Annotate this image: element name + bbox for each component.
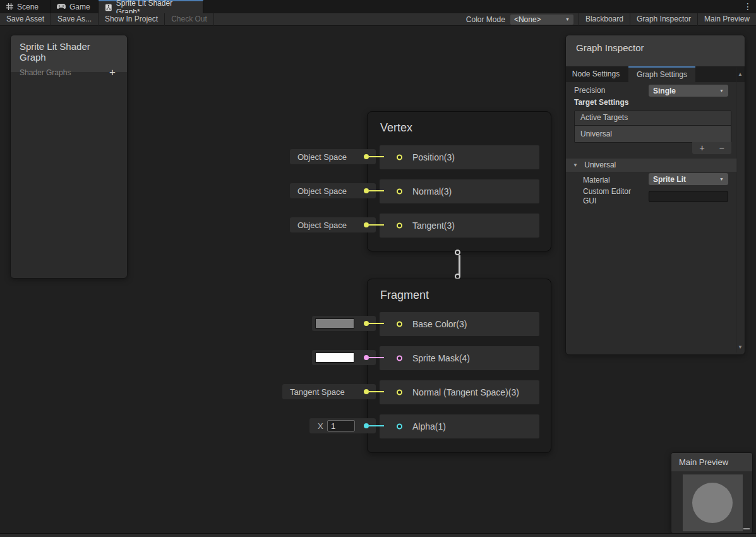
row-label: Tangent(3) [412, 220, 455, 231]
pill-label: Object Space [290, 220, 347, 230]
precision-value: Single [653, 87, 676, 95]
save-asset-button[interactable]: Save Asset [0, 13, 51, 26]
alpha-input-pill: X [309, 418, 376, 433]
normal-ts-port[interactable] [397, 390, 402, 395]
sprite-mask-input-pill [312, 350, 376, 365]
inspector-scrollbar[interactable]: ▲ ▼ [736, 68, 743, 353]
foldout-arrow-icon: ▼ [573, 159, 578, 172]
alpha-value-input[interactable] [327, 420, 355, 431]
tangent-wire [369, 224, 384, 226]
base-color-wire [369, 323, 384, 324]
preview-render-area [683, 474, 743, 531]
main-preview-toggle-button[interactable]: Main Preview [697, 13, 756, 26]
connector-dot [364, 154, 369, 159]
material-dropdown[interactable]: Sprite Lit ▼ [649, 173, 728, 185]
normal-ts-wire [369, 391, 384, 392]
universal-foldout[interactable]: ▼ Universal [566, 159, 737, 172]
pill-label: Object Space [290, 152, 347, 162]
scroll-down-icon[interactable]: ▼ [736, 344, 744, 350]
show-in-project-button[interactable]: Show In Project [99, 13, 165, 26]
color-mode-dropdown[interactable]: <None> ▼ [510, 15, 573, 25]
scroll-up-icon[interactable]: ▲ [736, 71, 744, 77]
remove-target-button[interactable]: − [712, 142, 731, 154]
active-target-item[interactable]: Universal [575, 125, 731, 142]
chevron-down-icon: ▼ [719, 177, 724, 181]
blackboard-toggle-button[interactable]: Blackboard [579, 13, 630, 26]
graph-inspector-toggle-button[interactable]: Graph Inspector [630, 13, 697, 26]
add-property-button[interactable]: + [107, 66, 118, 79]
tangent-space-pill[interactable]: Object Space [290, 217, 376, 232]
normal-space-pill[interactable]: Object Space [290, 183, 376, 198]
row-label: Alpha(1) [412, 421, 446, 431]
material-value: Sprite Lit [653, 175, 686, 184]
position-space-pill[interactable]: Object Space [290, 149, 376, 164]
material-label: Material [583, 176, 610, 184]
gamepad-icon [57, 4, 66, 9]
preview-sphere [692, 483, 733, 523]
fragment-row-alpha: Alpha(1) [380, 414, 539, 438]
check-out-button: Check Out [165, 13, 214, 26]
row-label: Normal (Tangent Space)(3) [412, 387, 519, 397]
target-settings-label: Target Settings [574, 98, 628, 107]
precision-dropdown[interactable]: Single ▼ [649, 85, 728, 97]
base-color-port[interactable] [397, 322, 402, 327]
pill-label: Tangent Space [282, 387, 345, 397]
color-mode-value: <None> [514, 15, 541, 24]
fragment-node[interactable]: Fragment Base Color(3) Sprite Mask(4) No… [367, 279, 551, 453]
save-as-button[interactable]: Save As... [51, 13, 99, 26]
sprite-mask-port[interactable] [397, 356, 402, 361]
connector-dot [364, 389, 369, 394]
fragment-row-sprite-mask: Sprite Mask(4) [380, 346, 539, 370]
connector-dot [364, 423, 369, 428]
inspector-body: Precision Single ▼ Target Settings Activ… [566, 82, 737, 354]
chevron-down-icon: ▼ [565, 17, 570, 21]
connector-dot [364, 321, 369, 326]
resize-grip[interactable] [743, 528, 750, 529]
tab-sprite-lit-shader-graph[interactable]: Sprite Lit Shader Graph* [99, 0, 203, 13]
tangent-port[interactable] [397, 223, 402, 229]
row-label: Position(3) [412, 152, 455, 162]
fragment-row-base-color: Base Color(3) [380, 312, 539, 336]
normal-port[interactable] [397, 189, 402, 195]
active-targets-box: Active Targets Universal [574, 111, 731, 143]
active-targets-header: Active Targets [575, 111, 731, 125]
base-color-swatch[interactable] [315, 318, 354, 329]
edge-end-circle[interactable] [455, 250, 460, 255]
pill-label: Object Space [290, 186, 347, 196]
row-label: Sprite Mask(4) [412, 353, 470, 363]
blackboard-panel[interactable]: Sprite Lit Shader Graph Shader Graphs + [10, 35, 128, 279]
vertex-fragment-edge [459, 255, 460, 276]
shader-graph-window: Scene Game Sprite Lit Shader Graph* ⋮ Sa… [0, 0, 756, 537]
tab-bar: Scene Game Sprite Lit Shader Graph* ⋮ [0, 0, 756, 13]
custom-editor-gui-field[interactable] [649, 191, 728, 202]
normal-ts-space-pill[interactable]: Tangent Space [282, 384, 376, 399]
inspector-tab-strip: Node Settings Graph Settings [566, 66, 745, 82]
chevron-down-icon: ▼ [719, 88, 724, 93]
more-menu-icon[interactable]: ⋮ [743, 1, 752, 13]
color-mode-label: Color Mode [461, 15, 510, 24]
graph-toolbar: Save Asset Save As... Show In Project Ch… [0, 13, 756, 26]
tab-graph-settings[interactable]: Graph Settings [628, 66, 695, 82]
graph-inspector-title: Graph Inspector [566, 35, 745, 66]
row-label: Base Color(3) [412, 319, 467, 329]
position-port[interactable] [397, 155, 402, 160]
tab-node-settings[interactable]: Node Settings [567, 66, 625, 82]
add-target-button[interactable]: + [692, 142, 712, 154]
bottom-status-strip [0, 533, 756, 537]
tab-game[interactable]: Game [51, 0, 99, 13]
vertex-node-title: Vertex [380, 121, 412, 135]
vertex-row-normal: Normal(3) [380, 179, 539, 203]
alpha-port[interactable] [397, 424, 402, 430]
graph-inspector-panel[interactable]: Graph Inspector Node Settings Graph Sett… [565, 35, 745, 355]
vertex-node[interactable]: Vertex Position(3) Normal(3) Tangent(3) [367, 111, 551, 251]
custom-editor-gui-label: Custom Editor GUI [583, 187, 644, 206]
main-preview-panel[interactable]: Main Preview [671, 452, 753, 534]
connector-dot [364, 222, 369, 227]
row-label: Normal(3) [412, 186, 452, 196]
normal-wire [369, 190, 384, 191]
blackboard-title: Sprite Lit Shader Graph [20, 41, 118, 63]
sprite-mask-wire [369, 357, 384, 358]
tab-scene[interactable]: Scene [0, 0, 51, 13]
grid-icon [6, 3, 13, 10]
sprite-mask-swatch[interactable] [315, 353, 354, 363]
